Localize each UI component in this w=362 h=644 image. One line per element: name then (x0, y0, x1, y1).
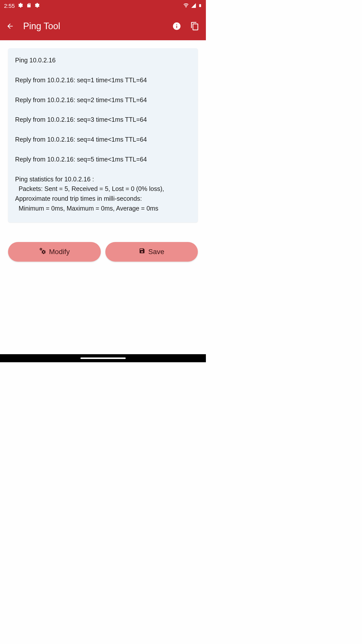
output-reply: Reply from 10.0.2.16: seq=5 time<1ms TTL… (15, 154, 191, 164)
status-right (183, 3, 202, 9)
sd-card-icon (26, 3, 31, 9)
output-stats-header: Ping statistics for 10.0.2.16 : (15, 174, 191, 184)
battery-icon (198, 3, 202, 9)
output-card: Ping 10.0.2.16 Reply from 10.0.2.16: seq… (8, 48, 198, 222)
buttons-row: Modify Save (8, 242, 198, 262)
wifi-icon (183, 3, 189, 9)
save-icon (139, 248, 145, 256)
output-stats-packets: Packets: Sent = 5, Received = 5, Lost = … (15, 184, 191, 194)
status-left: 2:55 (4, 3, 40, 10)
gear-icon-2 (34, 3, 40, 10)
modify-label: Modify (49, 248, 70, 256)
output-stats-rtt: Approximate round trip times in milli-se… (15, 194, 191, 204)
modify-button[interactable]: Modify (8, 242, 101, 262)
signal-icon (191, 3, 196, 9)
app-bar: Ping Tool (0, 12, 206, 40)
svg-rect-0 (199, 4, 201, 7)
output-stats-times: Minimum = 0ms, Maximum = 0ms, Average = … (15, 204, 191, 213)
app-title: Ping Tool (23, 21, 165, 31)
output-reply: Reply from 10.0.2.16: seq=1 time<1ms TTL… (15, 75, 191, 85)
nav-pill[interactable] (80, 357, 126, 359)
output-reply: Reply from 10.0.2.16: seq=3 time<1ms TTL… (15, 115, 191, 125)
nav-bar (0, 354, 206, 362)
save-label: Save (148, 248, 164, 256)
save-button[interactable]: Save (105, 242, 198, 262)
output-header: Ping 10.0.2.16 (15, 55, 191, 65)
status-bar: 2:55 (0, 0, 206, 12)
output-reply: Reply from 10.0.2.16: seq=4 time<1ms TTL… (15, 135, 191, 144)
copy-button[interactable] (189, 20, 201, 32)
info-button[interactable] (171, 20, 183, 32)
gear-icon (18, 3, 23, 10)
content-area: Ping 10.0.2.16 Reply from 10.0.2.16: seq… (0, 40, 206, 354)
back-button[interactable] (5, 21, 15, 31)
tune-icon (39, 247, 46, 256)
status-time: 2:55 (4, 3, 15, 9)
output-reply: Reply from 10.0.2.16: seq=2 time<1ms TTL… (15, 95, 191, 105)
